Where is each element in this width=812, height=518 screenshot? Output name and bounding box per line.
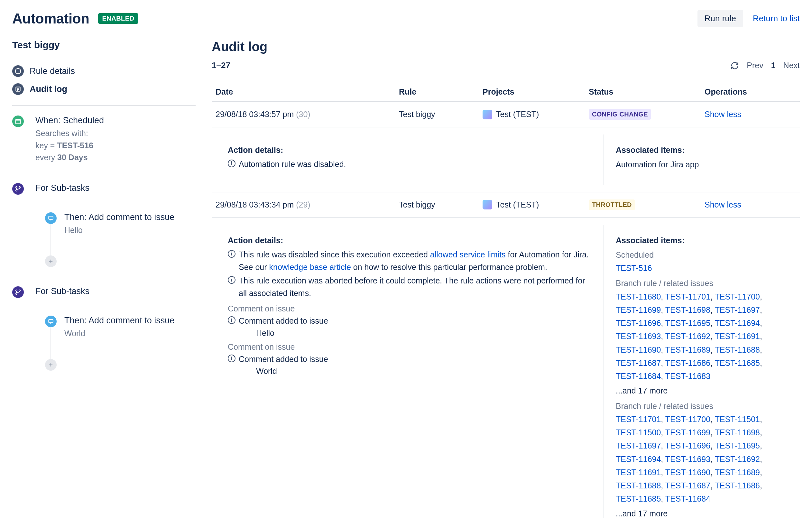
run-rule-button[interactable]: Run rule <box>697 10 743 27</box>
issue-link[interactable]: TEST-11696 <box>665 441 710 450</box>
rule-step-branch[interactable]: For Sub-tasks Then: Add comment to issue… <box>12 183 196 267</box>
issue-link[interactable]: TEST-11700 <box>715 292 760 301</box>
step-sub: World <box>64 327 196 340</box>
kb-article-link[interactable]: knowledge base article <box>269 262 351 271</box>
issue-link[interactable]: TEST-11501 <box>715 415 760 424</box>
issue-link[interactable]: TEST-11693 <box>616 332 661 341</box>
issue-link[interactable]: TEST-11686 <box>665 358 710 368</box>
step-sub: every 30 Days <box>35 151 196 164</box>
detail-line: i This rule execution was aborted before… <box>228 275 593 299</box>
issue-link[interactable]: TEST-11684 <box>616 372 661 381</box>
pager-prev[interactable]: Prev <box>747 61 763 70</box>
table-row-details: Action details: i This rule was disabled… <box>212 218 800 518</box>
rule-chain: When: Scheduled Searches with: key = TES… <box>12 115 196 371</box>
associated-items-heading: Associated items: <box>616 236 789 245</box>
issue-link[interactable]: TEST-11699 <box>665 428 710 437</box>
issue-link[interactable]: TEST-11684 <box>665 494 710 503</box>
issue-link[interactable]: TEST-11680 <box>616 292 661 301</box>
issue-link[interactable]: TEST-11690 <box>665 468 710 477</box>
table-row: 29/08/18 03:43:57 pm (30) Test biggy Tes… <box>212 102 800 127</box>
refresh-icon[interactable] <box>731 61 739 70</box>
issue-link[interactable]: TEST-11696 <box>616 318 661 327</box>
step-sub: Searches with: <box>35 127 196 140</box>
issue-link[interactable]: TEST-11691 <box>616 468 661 477</box>
result-range: 1–27 <box>212 60 230 70</box>
svg-rect-14 <box>49 216 53 220</box>
issue-link[interactable]: TEST-11687 <box>665 481 710 490</box>
issue-link[interactable]: TEST-11686 <box>715 481 760 490</box>
allowed-limits-link[interactable]: allowed service limits <box>430 250 506 259</box>
list-icon <box>12 83 24 95</box>
audit-log-table: Date Rule Projects Status Operations 29/… <box>212 83 800 518</box>
issue-link[interactable]: TEST-11698 <box>665 305 710 314</box>
issue-link[interactable]: TEST-11701 <box>616 415 661 424</box>
cell-operation: Show less <box>701 192 800 218</box>
svg-point-17 <box>16 290 17 291</box>
add-component-button[interactable] <box>45 256 196 267</box>
issue-link[interactable]: TEST-11500 <box>616 428 661 437</box>
cell-rule: Test biggy <box>395 192 479 218</box>
show-less-link[interactable]: Show less <box>704 200 741 209</box>
issue-link[interactable]: TEST-11694 <box>616 455 661 464</box>
comment-value: World <box>256 367 593 376</box>
info-icon: i <box>228 250 235 258</box>
add-component-button[interactable] <box>45 359 196 371</box>
rule-step-then[interactable]: Then: Add comment to issue World <box>45 316 196 340</box>
main-title: Audit log <box>212 39 800 54</box>
issue-link[interactable]: TEST-11688 <box>616 481 661 490</box>
issue-link[interactable]: TEST-11685 <box>616 494 661 503</box>
svg-rect-20 <box>49 319 53 323</box>
info-icon: i <box>228 276 235 284</box>
issue-link[interactable]: TEST-11693 <box>665 455 710 464</box>
issue-link[interactable]: TEST-11698 <box>715 428 760 437</box>
issue-link[interactable]: TEST-11697 <box>715 305 760 314</box>
rule-step-branch[interactable]: For Sub-tasks Then: Add comment to issue… <box>12 286 196 371</box>
svg-point-12 <box>19 186 20 188</box>
sidebar-item-rule-details[interactable]: Rule details <box>12 62 196 80</box>
info-icon: i <box>228 160 235 167</box>
sidebar-item-label: Audit log <box>30 84 67 94</box>
issue-link[interactable]: TEST-11690 <box>616 345 661 354</box>
issue-link[interactable]: TEST-11688 <box>715 345 760 354</box>
issue-link[interactable]: TEST-11689 <box>715 468 760 477</box>
step-title: When: Scheduled <box>35 115 196 125</box>
table-row: 29/08/18 03:43:34 pm (29) Test biggy Tes… <box>212 192 800 218</box>
cell-date: 29/08/18 03:43:57 pm (30) <box>212 102 395 127</box>
col-projects: Projects <box>479 83 585 102</box>
branch-icon <box>12 286 24 298</box>
issue-link[interactable]: TEST-11694 <box>715 318 760 327</box>
more-text: ...and 17 more <box>616 384 789 397</box>
detail-line: i Comment added to issue <box>228 353 593 366</box>
pager: Prev 1 Next <box>731 61 800 70</box>
issue-link[interactable]: TEST-11701 <box>665 292 710 301</box>
issue-link[interactable]: TEST-11700 <box>665 415 710 424</box>
cell-project: Test (TEST) <box>479 192 585 218</box>
comment-value: Hello <box>256 328 593 338</box>
return-to-list-link[interactable]: Return to list <box>753 13 800 24</box>
col-rule: Rule <box>395 83 479 102</box>
issue-link[interactable]: TEST-11695 <box>715 441 760 450</box>
issue-link[interactable]: TEST-11699 <box>616 305 661 314</box>
pager-next[interactable]: Next <box>783 61 800 70</box>
comment-section-label: Comment on issue <box>228 304 593 313</box>
show-less-link[interactable]: Show less <box>704 110 741 119</box>
issue-link[interactable]: TEST-11689 <box>665 345 710 354</box>
status-badge-enabled: ENABLED <box>98 13 138 24</box>
rule-step-when[interactable]: When: Scheduled Searches with: key = TES… <box>12 115 196 164</box>
issue-link[interactable]: TEST-11695 <box>665 318 710 327</box>
issue-link[interactable]: TEST-11691 <box>715 332 760 341</box>
rule-step-then[interactable]: Then: Add comment to issue Hello <box>45 212 196 236</box>
cell-project: Test (TEST) <box>479 102 585 127</box>
issue-link[interactable]: TEST-11692 <box>665 332 710 341</box>
status-lozenge: CONFIG CHANGE <box>589 109 651 120</box>
issue-link[interactable]: TEST-11685 <box>715 358 760 368</box>
issue-link[interactable]: TEST-11697 <box>616 441 661 450</box>
svg-point-18 <box>19 290 20 291</box>
page-header: Automation ENABLED Run rule Return to li… <box>12 10 800 27</box>
issue-link[interactable]: TEST-516 <box>616 263 652 272</box>
step-sub: Hello <box>64 224 196 236</box>
issue-link[interactable]: TEST-11692 <box>715 455 760 464</box>
issue-link[interactable]: TEST-11683 <box>665 372 710 381</box>
sidebar-item-audit-log[interactable]: Audit log <box>12 80 196 98</box>
issue-link[interactable]: TEST-11687 <box>616 358 661 368</box>
